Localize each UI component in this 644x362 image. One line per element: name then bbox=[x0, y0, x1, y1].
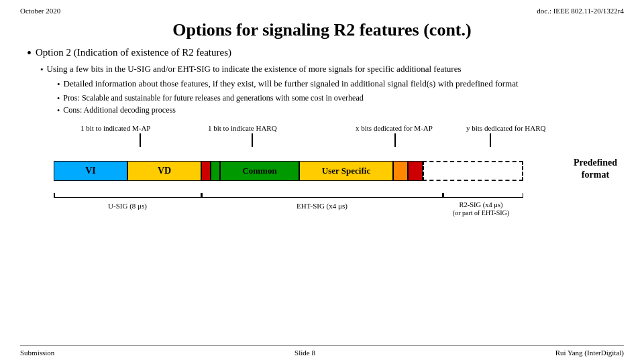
bullet-sub1: • Using a few bits in the U-SIG and/or E… bbox=[40, 64, 624, 75]
pointer-ybits-line bbox=[490, 133, 491, 147]
r2sig-bracket bbox=[443, 197, 523, 198]
label-r2sig-sub: (or part of EHT-SIG) bbox=[437, 209, 525, 217]
pointer-xbits-line bbox=[394, 133, 396, 147]
label-bit-harq: 1 bit to indicate HARQ bbox=[208, 124, 277, 132]
pointer-vline-harq bbox=[252, 133, 253, 147]
bullet-dot-main: • bbox=[27, 46, 32, 60]
diagram-area: 1 bit to indicated M-AP 1 bit to indicat… bbox=[20, 124, 624, 218]
pointer-vline-map bbox=[140, 133, 141, 147]
predefined-format: Predefinedformat bbox=[574, 157, 617, 181]
usig-bracket bbox=[54, 197, 201, 198]
header-date: October 2020 bbox=[20, 7, 60, 15]
bullet-main-text: Option 2 (Indication of existence of R2 … bbox=[36, 47, 231, 58]
seg-red2 bbox=[408, 161, 423, 181]
seg-vi: VI bbox=[54, 161, 127, 181]
label-ehtsig: EHT-SIG (x4 μs) bbox=[201, 202, 443, 210]
seg-dashed bbox=[423, 161, 523, 181]
bullet-dot-cons: • bbox=[57, 106, 60, 116]
r2sig-tick-left bbox=[443, 193, 444, 197]
label-r2sig: R2-SIG (x4 μs) bbox=[437, 201, 525, 208]
r2sig-tick-right bbox=[523, 193, 524, 197]
cons-text: Cons: Additional decoding process bbox=[63, 105, 176, 115]
bullet-sub2: • Detailed information about those featu… bbox=[57, 78, 624, 90]
ehtsig-bracket bbox=[201, 197, 443, 198]
bullet-pros: • Pros: Scalable and sustainable for fut… bbox=[57, 93, 624, 104]
seg-user-specific: User Specific bbox=[299, 161, 393, 181]
predefined-text: Predefinedformat bbox=[574, 158, 617, 180]
footer-right: Rui Yang (InterDigital) bbox=[555, 349, 624, 357]
seg-common: Common bbox=[220, 161, 299, 181]
bullet-sub2-text: Detailed information about those feature… bbox=[64, 78, 519, 89]
bullet-cons: • Cons: Additional decoding process bbox=[57, 105, 624, 116]
bullet-sub1-text: Using a few bits in the U-SIG and/or EHT… bbox=[47, 64, 462, 74]
bullet-dot-pros: • bbox=[57, 94, 60, 104]
label-usig: U-SIG (8 μs) bbox=[54, 202, 201, 210]
seg-vd: VD bbox=[127, 161, 201, 181]
label-bit-map: 1 bit to indicated M-AP bbox=[80, 124, 151, 132]
page-title: Options for signaling R2 features (cont.… bbox=[20, 20, 624, 40]
footer: Submission Slide 8 Rui Yang (InterDigita… bbox=[20, 345, 624, 357]
bullet-main: • Option 2 (Indication of existence of R… bbox=[27, 47, 624, 60]
signal-bar: VI VD Common User Specific bbox=[54, 161, 523, 181]
ehtsig-tick-left bbox=[201, 193, 203, 197]
bullet-dot-sub1: • bbox=[40, 64, 44, 75]
footer-center: Slide 8 bbox=[294, 349, 315, 357]
pros-text: Pros: Scalable and sustainable for futur… bbox=[63, 93, 364, 103]
footer-left: Submission bbox=[20, 349, 54, 357]
seg-green-small bbox=[211, 161, 220, 181]
header-doc: doc.: IEEE 802.11-20/1322r4 bbox=[537, 7, 624, 15]
label-x-bits: x bits dedicated for M-AP bbox=[356, 124, 433, 132]
seg-red-small bbox=[201, 161, 211, 181]
seg-orange bbox=[393, 161, 408, 181]
bullet-dot-sub2: • bbox=[57, 79, 60, 90]
label-y-bits: y bits dedicated for HARQ bbox=[466, 124, 546, 132]
header: October 2020 doc.: IEEE 802.11-20/1322r4 bbox=[20, 7, 624, 15]
usig-tick-left bbox=[54, 193, 55, 197]
